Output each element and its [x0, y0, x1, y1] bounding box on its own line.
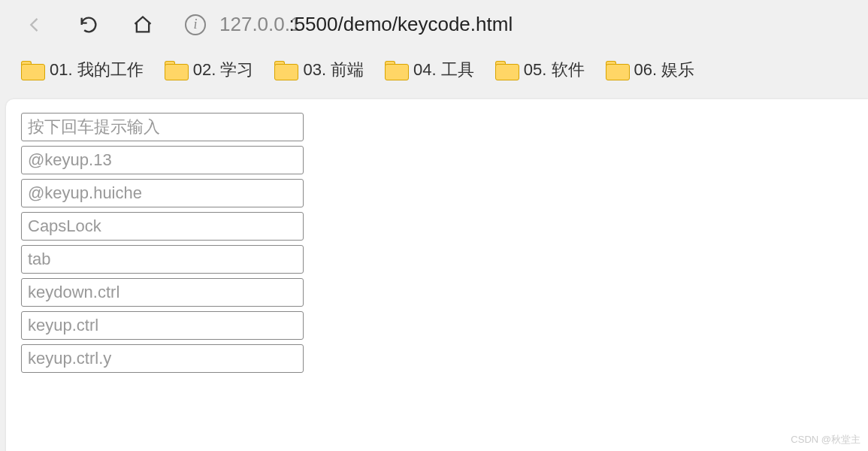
bookmark-folder-3[interactable]: 03. 前端: [274, 59, 364, 81]
input-keyup-ctrl-y[interactable]: [21, 344, 304, 373]
address-bar[interactable]: i 127.0.0.1:5500/demo/keycode.html: [185, 13, 513, 36]
input-capslock[interactable]: [21, 212, 304, 241]
input-keyup-huiche[interactable]: [21, 179, 304, 207]
bookmark-folder-5[interactable]: 05. 软件: [495, 59, 585, 81]
input-keydown-ctrl[interactable]: [21, 278, 304, 307]
input-tab[interactable]: [21, 245, 304, 274]
bookmark-label: 04. 工具: [413, 59, 474, 81]
bookmark-folder-1[interactable]: 01. 我的工作: [21, 59, 144, 81]
folder-icon: [21, 61, 44, 79]
bookmarks-bar: 01. 我的工作 02. 学习 03. 前端 04. 工具 05. 软件 06.…: [0, 49, 868, 90]
input-keyup-13[interactable]: [21, 146, 304, 174]
bookmark-label: 03. 前端: [303, 59, 364, 81]
bookmark-label: 05. 软件: [524, 59, 585, 81]
home-button[interactable]: [131, 13, 155, 37]
browser-toolbar: i 127.0.0.1:5500/demo/keycode.html: [0, 0, 868, 49]
bookmark-label: 06. 娱乐: [634, 59, 695, 81]
input-enter[interactable]: [21, 113, 304, 141]
back-button[interactable]: [23, 13, 47, 37]
reload-button[interactable]: [77, 13, 101, 37]
folder-icon: [274, 61, 297, 79]
folder-icon: [385, 61, 407, 79]
info-icon[interactable]: i: [185, 14, 206, 35]
bookmark-label: 01. 我的工作: [50, 59, 144, 81]
bookmark-folder-2[interactable]: 02. 学习: [165, 59, 254, 81]
url-path: :5500/demo/keycode.html: [289, 13, 513, 35]
folder-icon: [495, 61, 518, 79]
bookmark-folder-4[interactable]: 04. 工具: [385, 59, 474, 81]
bookmark-folder-6[interactable]: 06. 娱乐: [606, 59, 695, 81]
page-content: [6, 99, 868, 451]
watermark: CSDN @秋堂主: [791, 433, 860, 446]
input-keyup-ctrl[interactable]: [21, 311, 304, 340]
folder-icon: [606, 61, 628, 79]
folder-icon: [165, 61, 187, 79]
bookmark-label: 02. 学习: [193, 59, 254, 81]
